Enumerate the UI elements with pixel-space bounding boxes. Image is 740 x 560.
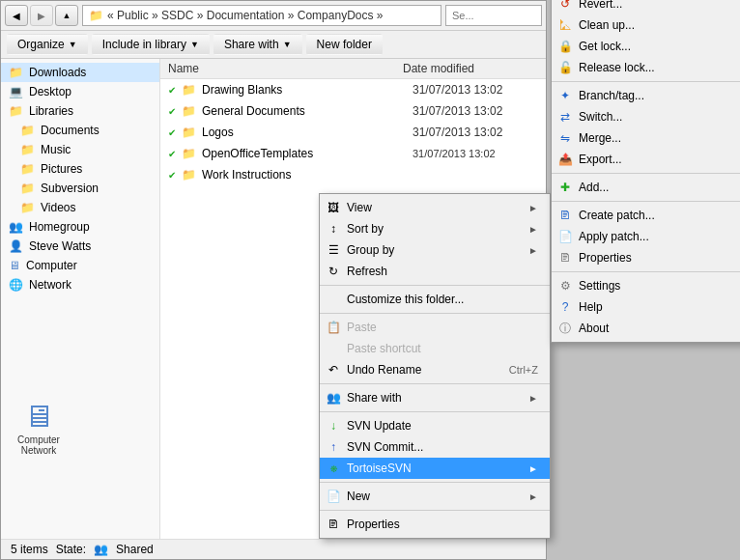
up-button[interactable]: ▲ — [55, 5, 78, 26]
sidebar-label-documents: Documents — [41, 124, 100, 137]
file-item-openoffice-templates[interactable]: ✔ 📁 OpenOfficeTemplates 31/07/2013 13:02 — [160, 143, 546, 164]
sidebar-label-steve-watts: Steve Watts — [29, 239, 91, 253]
sidebar-item-steve-watts[interactable]: 👤 Steve Watts — [1, 237, 159, 256]
forward-button[interactable]: ▶ — [30, 5, 53, 26]
sidebar-item-computer[interactable]: 🖥 Computer — [1, 256, 159, 275]
menu-branch-tag[interactable]: ✦ Branch/tag... — [552, 85, 740, 106]
menu-settings[interactable]: ⚙ Settings — [552, 275, 740, 296]
sidebar-item-desktop[interactable]: 💻 Desktop — [1, 82, 159, 101]
new-folder-button[interactable]: New folder — [306, 34, 383, 55]
share-with-button[interactable]: Share with ▼ — [213, 34, 302, 55]
sidebar-item-subversion[interactable]: 📁 Subversion — [1, 179, 159, 198]
menu-undo-rename[interactable]: ↶ Undo Rename Ctrl+Z — [320, 359, 550, 380]
address-path[interactable]: 📁 « Public » SSDC » Documentation » Comp… — [82, 5, 441, 26]
menu-paste-shortcut[interactable]: Paste shortcut — [320, 338, 550, 359]
menu-share-with[interactable]: 👥 Share with ► — [320, 387, 550, 408]
menu-divider-4 — [320, 411, 550, 412]
menu-refresh-label: Refresh — [347, 265, 387, 278]
menu-group-label: Group by — [347, 243, 394, 257]
menu-properties[interactable]: 🖹 Properties — [320, 514, 550, 535]
menu-tortoise-props[interactable]: 🖹 Properties — [552, 247, 740, 268]
tortoise-arrow: ► — [528, 463, 538, 474]
menu-cleanup-label: Clean up... — [579, 18, 635, 32]
menu-clean-up[interactable]: ⛡ Clean up... — [552, 14, 740, 36]
menu-add[interactable]: ✚ Add... — [552, 177, 740, 198]
network-icon: 🌐 — [9, 278, 23, 292]
nav-buttons: ◀ ▶ ▲ — [5, 5, 78, 26]
music-icon: 📁 — [20, 143, 35, 156]
menu-export-label: Export... — [579, 153, 622, 166]
sidebar-item-homegroup[interactable]: 👥 Homegroup — [1, 217, 159, 237]
column-name[interactable]: Name — [168, 62, 403, 75]
organize-button[interactable]: Organize ▼ — [7, 34, 88, 55]
menu-paste-shortcut-label: Paste shortcut — [347, 342, 421, 355]
share-with-label: Share with — [224, 38, 279, 51]
menu-about[interactable]: ⓘ About — [552, 318, 740, 339]
user-icon: 👤 — [9, 239, 23, 253]
file-date-1: 31/07/2013 13:02 — [413, 83, 538, 97]
menu-apply-patch[interactable]: 📄 Apply patch... — [552, 226, 740, 247]
tortoise-props-icon: 🖹 — [557, 250, 573, 266]
menu-sort-by[interactable]: ↕ Sort by ► — [320, 218, 550, 239]
network-computer-widget: 🖥 Computer Network — [0, 391, 77, 463]
menu-settings-label: Settings — [579, 279, 620, 293]
menu-svn-update-label: SVN Update — [347, 419, 412, 433]
sidebar-item-pictures[interactable]: 📁 Pictures — [1, 159, 159, 179]
file-name-3: Logos — [202, 126, 407, 139]
subversion-icon: 📁 — [20, 182, 35, 195]
column-date-modified[interactable]: Date modified — [403, 62, 538, 75]
sidebar-item-music[interactable]: 📁 Music — [1, 140, 159, 159]
new-folder-label: New folder — [317, 38, 372, 51]
sidebar-item-network[interactable]: 🌐 Network — [1, 275, 159, 294]
include-library-button[interactable]: Include in library ▼ — [92, 34, 210, 55]
menu-view[interactable]: 🖼 View ► — [320, 197, 550, 218]
menu-switch[interactable]: ⇄ Switch... — [552, 106, 740, 127]
file-item-logos[interactable]: ✔ 📁 Logos 31/07/2013 13:02 — [160, 122, 546, 143]
status-bar: 5 items State: 👥 Shared — [1, 539, 546, 559]
menu-switch-label: Switch... — [579, 110, 622, 124]
menu-merge[interactable]: ⇋ Merge... — [552, 127, 740, 149]
tortoise-divider-2 — [552, 81, 740, 82]
file-item-work-instructions[interactable]: ✔ 📁 Work Instructions — [160, 164, 546, 185]
menu-release-lock[interactable]: 🔓 Release lock... — [552, 57, 740, 78]
context-menu-primary: 🖼 View ► ↕ Sort by ► ☰ Group by ► ↻ Refr… — [319, 193, 551, 539]
search-input[interactable] — [445, 5, 542, 26]
menu-create-patch[interactable]: 🖹 Create patch... — [552, 205, 740, 226]
menu-export[interactable]: 📤 Export... — [552, 149, 740, 170]
menu-help[interactable]: ? Help — [552, 296, 740, 318]
menu-customize-folder[interactable]: Customize this folder... — [320, 289, 550, 310]
file-item-drawing-blanks[interactable]: ✔ 📁 Drawing Blanks 31/07/2013 13:02 — [160, 79, 546, 100]
menu-new-label: New — [347, 490, 370, 503]
group-arrow: ► — [528, 245, 538, 256]
sidebar-item-documents[interactable]: 📁 Documents — [1, 121, 159, 140]
menu-get-lock[interactable]: 🔒 Get lock... — [552, 36, 740, 57]
sort-icon: ↕ — [326, 221, 341, 237]
tortoise-divider-3 — [552, 173, 740, 174]
svn-ok-icon-5: ✔ — [168, 170, 176, 181]
address-text: « Public » SSDC » Documentation » Compan… — [107, 9, 383, 22]
menu-tortoise-svn[interactable]: ⎈ TortoiseSVN ► — [320, 458, 550, 479]
tortoise-divider-4 — [552, 201, 740, 202]
file-name-4: OpenOfficeTemplates — [202, 147, 407, 160]
undo-icon: ↶ — [326, 362, 341, 378]
menu-revert[interactable]: ↺ Revert... — [552, 0, 740, 14]
menu-refresh[interactable]: ↻ Refresh — [320, 261, 550, 282]
sidebar-item-downloads[interactable]: 📁 Downloads — [1, 63, 159, 82]
menu-svn-update[interactable]: ↓ SVN Update — [320, 415, 550, 436]
menu-group-by[interactable]: ☰ Group by ► — [320, 239, 550, 261]
sidebar-item-libraries[interactable]: 📁 Libraries — [1, 101, 159, 121]
menu-svn-commit[interactable]: ↑ SVN Commit... — [320, 436, 550, 458]
revert-icon: ↺ — [557, 0, 573, 12]
svn-commit-icon: ↑ — [326, 439, 341, 455]
menu-new[interactable]: 📄 New ► — [320, 486, 550, 507]
folder-icon-5: 📁 — [182, 168, 196, 182]
file-item-general-documents[interactable]: ✔ 📁 General Documents 31/07/2013 13:02 — [160, 100, 546, 122]
sidebar-label-computer: Computer — [26, 259, 77, 272]
share-with-icon: 👥 — [326, 390, 341, 406]
back-button[interactable]: ◀ — [5, 5, 28, 26]
sidebar-item-videos[interactable]: 📁 Videos — [1, 198, 159, 217]
documents-icon: 📁 — [20, 124, 35, 137]
menu-paste[interactable]: 📋 Paste — [320, 317, 550, 338]
sidebar: 📁 Downloads 💻 Desktop 📁 Libraries 📁 Docu… — [1, 59, 160, 539]
group-icon: ☰ — [326, 242, 341, 258]
